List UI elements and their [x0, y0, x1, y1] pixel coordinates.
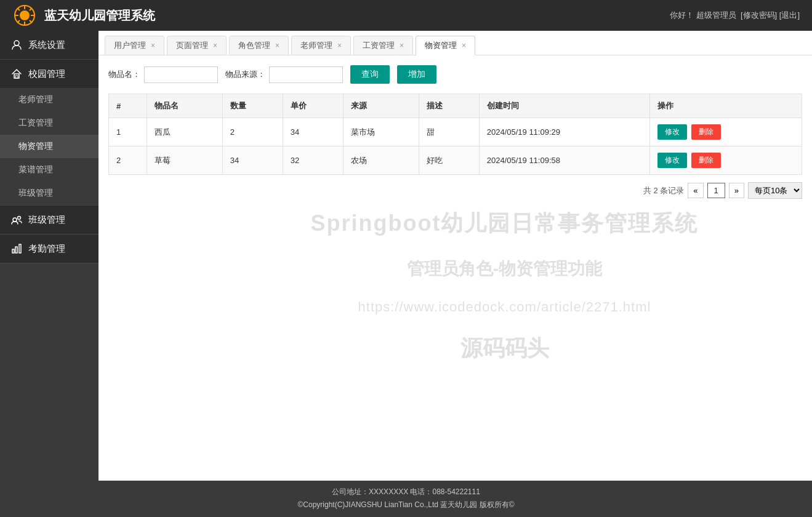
col-index: # — [109, 94, 147, 118]
sidebar-system-label: 系统设置 — [28, 39, 65, 51]
col-description: 描述 — [419, 94, 479, 118]
filter-bar: 物品名： 物品来源： 查询 增加 — [108, 65, 802, 84]
tab-teacher[interactable]: 老师管理 × — [291, 36, 351, 55]
add-button[interactable]: 增加 — [397, 65, 436, 84]
sidebar-item-salary[interactable]: 工资管理 — [0, 111, 98, 135]
table-row: 2 草莓 34 32 农场 好吃 2024/05/19 11:09:58 修改 … — [109, 146, 802, 175]
sidebar-group-class: 班级管理 — [0, 206, 98, 234]
pagination-bar: 共 2 条记录 « 1 » 每页10条 每页20条 每页50条 — [108, 182, 802, 199]
pagination-info: 共 2 条记录 — [643, 185, 684, 196]
sidebar-group-campus: 校园管理 老师管理 工资管理 物资管理 菜谱管理 班级管理 — [0, 60, 98, 206]
header-user-area: 你好！ 超级管理员 [修改密码] [退出] — [670, 10, 800, 21]
delete-button[interactable]: 删除 — [691, 153, 721, 168]
cell-created-time: 2024/05/19 11:09:29 — [479, 118, 649, 146]
col-name: 物品名 — [147, 94, 222, 118]
tab-material[interactable]: 物资管理 × — [416, 36, 475, 55]
query-button[interactable]: 查询 — [350, 65, 390, 84]
sidebar-group-header-campus[interactable]: 校园管理 — [0, 60, 98, 88]
cell-price: 34 — [283, 118, 343, 146]
pagination-prev[interactable]: « — [688, 183, 703, 198]
col-operations: 操作 — [649, 94, 802, 118]
tab-role[interactable]: 角色管理 × — [229, 36, 289, 55]
cell-quantity: 34 — [222, 146, 283, 175]
logout-link[interactable]: [退出] — [779, 10, 800, 20]
user-name: 超级管理员 — [696, 10, 736, 20]
filter-name-label: 物品名： — [108, 69, 140, 80]
svg-rect-17 — [19, 244, 21, 253]
tab-material-close[interactable]: × — [462, 42, 466, 49]
tab-role-close[interactable]: × — [275, 42, 279, 49]
cell-source: 菜市场 — [343, 118, 419, 146]
sidebar-group-header-system[interactable]: 系统设置 — [0, 31, 98, 59]
delete-button[interactable]: 删除 — [691, 124, 721, 140]
sidebar-group-header-attendance[interactable]: 考勤管理 — [0, 234, 98, 263]
svg-rect-15 — [12, 249, 14, 253]
cell-operations: 修改 删除 — [649, 118, 802, 146]
watermark-line2: 管理员角色-物资管理功能 — [407, 257, 602, 281]
header: 蓝天幼儿园管理系统 你好！ 超级管理员 [修改密码] [退出] — [0, 0, 812, 31]
layout: 系统设置 校园管理 老师管理 工资管理 — [0, 31, 812, 517]
chart-icon — [10, 242, 23, 255]
sidebar-group-header-class[interactable]: 班级管理 — [0, 206, 98, 234]
watermark-line4: 源码码头 — [460, 334, 549, 364]
svg-line-6 — [17, 8, 20, 10]
tab-user-close[interactable]: × — [151, 42, 155, 49]
table-header-row: # 物品名 数量 单价 来源 描述 创建时间 操作 — [109, 94, 802, 118]
main-area: 用户管理 × 页面管理 × 角色管理 × 老师管理 × 工资管理 × 物资管理 … — [98, 31, 812, 517]
sidebar-item-menu[interactable]: 菜谱管理 — [0, 158, 98, 182]
pagination-per-page[interactable]: 每页10条 每页20条 每页50条 — [748, 182, 802, 199]
cell-operations: 修改 删除 — [649, 146, 802, 175]
tab-page[interactable]: 页面管理 × — [167, 36, 227, 55]
filter-name-input[interactable] — [144, 66, 218, 83]
logo — [12, 3, 37, 28]
watermark-area: Springboot幼儿园日常事务管理系统 管理员角色-物资管理功能 https… — [197, 129, 812, 443]
cell-price: 32 — [283, 146, 343, 175]
home-icon — [10, 67, 23, 81]
table-row: 1 西瓜 2 34 菜市场 甜 2024/05/19 11:09:29 修改 删… — [109, 118, 802, 146]
cell-description: 好吃 — [419, 146, 479, 175]
svg-point-14 — [18, 217, 21, 220]
cell-source: 农场 — [343, 146, 419, 175]
cell-name: 西瓜 — [147, 118, 222, 146]
svg-line-9 — [17, 20, 20, 23]
filter-group-source: 物品来源： — [225, 66, 343, 83]
tab-teacher-close[interactable]: × — [337, 42, 342, 49]
tab-page-close[interactable]: × — [213, 42, 217, 49]
edit-button[interactable]: 修改 — [657, 124, 687, 140]
col-price: 单价 — [283, 94, 343, 118]
person-icon — [10, 38, 23, 52]
pagination-current-page: 1 — [707, 183, 725, 198]
sidebar-item-teacher[interactable]: 老师管理 — [0, 88, 98, 111]
filter-source-input[interactable] — [269, 66, 343, 83]
sidebar-group-system: 系统设置 — [0, 31, 98, 60]
svg-line-8 — [30, 8, 32, 10]
tab-salary[interactable]: 工资管理 × — [353, 36, 413, 55]
tabs-bar: 用户管理 × 页面管理 × 角色管理 × 老师管理 × 工资管理 × 物资管理 … — [98, 31, 812, 55]
cell-quantity: 2 — [222, 118, 283, 146]
sidebar-attendance-label: 考勤管理 — [28, 243, 65, 255]
watermark-line1: Springboot幼儿园日常事务管理系统 — [311, 209, 699, 239]
filter-group-name: 物品名： — [108, 66, 218, 83]
cell-index: 2 — [109, 146, 147, 175]
tab-salary-close[interactable]: × — [400, 42, 404, 49]
svg-line-7 — [30, 20, 32, 23]
header-title: 蓝天幼儿园管理系统 — [44, 7, 670, 24]
svg-point-1 — [20, 10, 30, 20]
change-password-link[interactable]: [修改密码] — [741, 10, 777, 20]
col-quantity: 数量 — [222, 94, 283, 118]
sidebar-item-material[interactable]: 物资管理 — [0, 135, 98, 158]
sidebar-item-class-sub[interactable]: 班级管理 — [0, 182, 98, 205]
pagination-next[interactable]: » — [729, 183, 744, 198]
material-table: # 物品名 数量 单价 来源 描述 创建时间 操作 1 西瓜 2 34 菜市场 … — [108, 94, 802, 175]
col-source: 来源 — [343, 94, 419, 118]
sidebar: 系统设置 校园管理 老师管理 工资管理 — [0, 31, 98, 517]
edit-button[interactable]: 修改 — [657, 153, 687, 168]
svg-point-13 — [13, 218, 17, 222]
tab-user[interactable]: 用户管理 × — [105, 36, 164, 55]
sidebar-campus-label: 校园管理 — [28, 68, 65, 80]
cell-name: 草莓 — [147, 146, 222, 175]
sidebar-class-label: 班级管理 — [28, 214, 65, 226]
cell-index: 1 — [109, 118, 147, 146]
filter-source-label: 物品来源： — [225, 69, 265, 80]
watermark-line3: https://www.icodedock.com/article/2271.h… — [358, 299, 651, 315]
